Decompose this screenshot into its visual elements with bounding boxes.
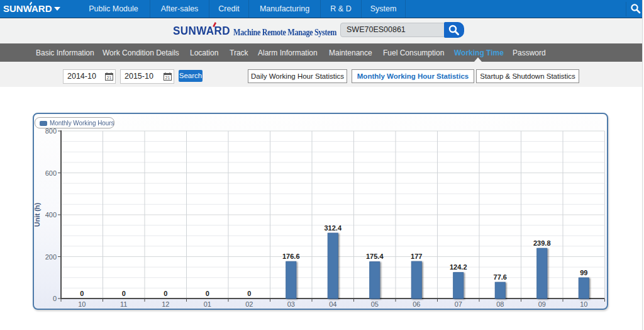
svg-text:Unit (h): Unit (h) [34,202,41,227]
svg-text:99: 99 [580,269,587,276]
svg-text:0: 0 [206,290,209,297]
svg-text:12: 12 [162,300,169,308]
svg-text:09: 09 [538,300,546,308]
svg-text:239.8: 239.8 [533,239,551,247]
svg-text:08: 08 [496,300,504,308]
svg-text:175.4: 175.4 [366,253,384,260]
svg-text:21: 21 [165,76,170,80]
svg-text:04: 04 [329,300,336,308]
svg-text:10: 10 [78,300,86,308]
svg-text:21: 21 [107,76,112,80]
svg-text:77.6: 77.6 [494,273,507,281]
svg-text:177: 177 [411,253,422,260]
svg-text:176.6: 176.6 [282,253,300,260]
svg-text:01: 01 [204,300,211,308]
svg-text:312.4: 312.4 [324,224,341,232]
svg-text:200: 200 [45,253,57,261]
svg-text:600: 600 [45,169,57,177]
svg-text:0: 0 [164,290,167,297]
svg-text:400: 400 [45,211,57,219]
svg-text:02: 02 [245,300,253,308]
svg-text:0: 0 [247,290,251,297]
svg-text:10: 10 [580,300,587,308]
svg-text:124.2: 124.2 [450,263,467,271]
svg-text:0: 0 [80,290,84,297]
svg-text:07: 07 [455,300,462,308]
svg-text:0: 0 [122,290,126,297]
svg-text:0: 0 [53,295,57,302]
svg-text:06: 06 [413,300,420,308]
svg-text:11: 11 [120,300,127,308]
svg-text:05: 05 [371,300,379,308]
svg-text:03: 03 [287,300,295,308]
